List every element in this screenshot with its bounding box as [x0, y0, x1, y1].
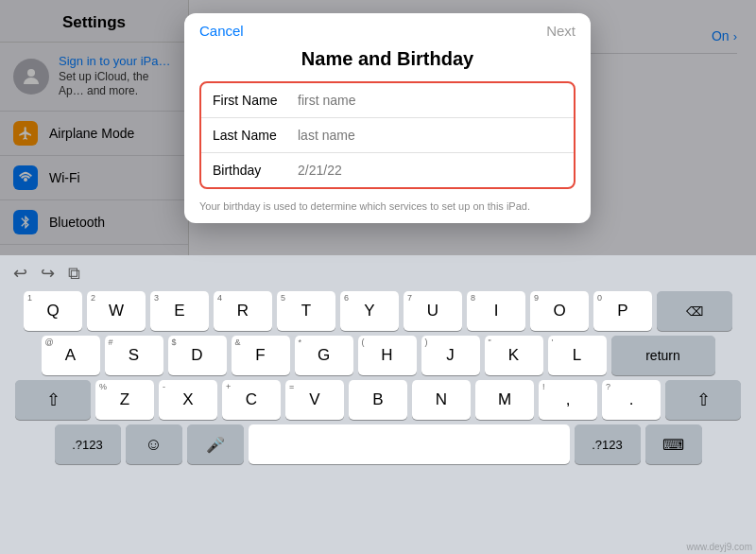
- keyboard-dismiss-key[interactable]: ⌨: [645, 424, 702, 464]
- birthday-hint: Your birthday is used to determine which…: [184, 197, 591, 223]
- keyboard-toolbar: ↩ ↪ ⧉: [0, 255, 756, 291]
- shift-left-key[interactable]: ⇧: [15, 380, 91, 420]
- key-i[interactable]: 8I: [467, 291, 525, 331]
- redo-button[interactable]: ↪: [37, 261, 59, 286]
- key-c[interactable]: +C: [222, 380, 281, 420]
- first-name-input[interactable]: [298, 93, 562, 108]
- key-row-1: 1Q 2W 3E 4R 5T 6Y 7U 8I 9O 0P ⌫: [0, 291, 756, 331]
- paste-button[interactable]: ⧉: [64, 262, 84, 286]
- birthday-field[interactable]: Birthday: [201, 153, 574, 187]
- key-j[interactable]: )J: [421, 336, 480, 375]
- key-e[interactable]: 3E: [150, 291, 209, 331]
- birthday-input[interactable]: [298, 163, 562, 178]
- key-p[interactable]: 0P: [593, 291, 652, 331]
- backspace-key[interactable]: ⌫: [657, 291, 732, 331]
- key-d[interactable]: $D: [168, 336, 227, 375]
- watermark: www.deyj9.com: [687, 542, 752, 552]
- key-row-bottom: .?123 ☺ 🎤 .?123 ⌨: [0, 424, 756, 464]
- num-switch-key-right[interactable]: .?123: [575, 424, 641, 464]
- key-f[interactable]: &F: [232, 336, 290, 375]
- next-button[interactable]: Next: [546, 23, 576, 39]
- first-name-label: First Name: [213, 93, 298, 108]
- key-r[interactable]: 4R: [214, 291, 272, 331]
- modal-title: Name and Birthday: [184, 44, 591, 81]
- num-switch-key-left[interactable]: .?123: [55, 424, 121, 464]
- modal-form: First Name Last Name Birthday: [199, 81, 576, 189]
- birthday-label: Birthday: [213, 163, 298, 178]
- space-key[interactable]: [249, 424, 570, 464]
- key-g[interactable]: *G: [295, 336, 353, 375]
- key-v[interactable]: =V: [285, 380, 344, 420]
- key-row-2: @A #S $D &F *G (H )J "K 'L return: [0, 336, 756, 375]
- shift-right-key[interactable]: ⇧: [665, 380, 741, 420]
- undo-button[interactable]: ↩: [9, 261, 31, 286]
- key-u[interactable]: 7U: [404, 291, 462, 331]
- key-y[interactable]: 6Y: [340, 291, 399, 331]
- modal-header: Cancel Next: [184, 13, 591, 44]
- key-a[interactable]: @A: [42, 336, 100, 375]
- key-s[interactable]: #S: [105, 336, 163, 375]
- key-q[interactable]: 1Q: [24, 291, 82, 331]
- key-k[interactable]: "K: [485, 336, 543, 375]
- name-birthday-modal: Cancel Next Name and Birthday First Name…: [184, 13, 591, 223]
- return-key[interactable]: return: [611, 336, 715, 375]
- last-name-field[interactable]: Last Name: [201, 118, 574, 153]
- key-m[interactable]: M: [475, 380, 534, 420]
- emoji-key[interactable]: ☺: [126, 424, 182, 464]
- key-l[interactable]: 'L: [548, 336, 607, 375]
- first-name-field[interactable]: First Name: [201, 83, 574, 118]
- last-name-input[interactable]: [298, 128, 562, 143]
- key-z[interactable]: %Z: [95, 380, 154, 420]
- key-x[interactable]: -X: [159, 380, 217, 420]
- mic-key[interactable]: 🎤: [187, 424, 244, 464]
- cancel-button[interactable]: Cancel: [199, 23, 244, 39]
- last-name-label: Last Name: [213, 128, 298, 143]
- key-row-3: ⇧ %Z -X +C =V B N M !, ?. ⇧: [0, 380, 756, 420]
- key-b[interactable]: B: [349, 380, 407, 420]
- key-o[interactable]: 9O: [530, 291, 589, 331]
- keyboard: ↩ ↪ ⧉ 1Q 2W 3E 4R 5T 6Y 7U 8I 9O 0P ⌫ @A…: [0, 255, 756, 554]
- key-comma[interactable]: !,: [539, 380, 597, 420]
- key-w[interactable]: 2W: [87, 291, 146, 331]
- key-n[interactable]: N: [412, 380, 471, 420]
- key-t[interactable]: 5T: [277, 291, 335, 331]
- key-period[interactable]: ?.: [602, 380, 661, 420]
- key-h[interactable]: (H: [358, 336, 417, 375]
